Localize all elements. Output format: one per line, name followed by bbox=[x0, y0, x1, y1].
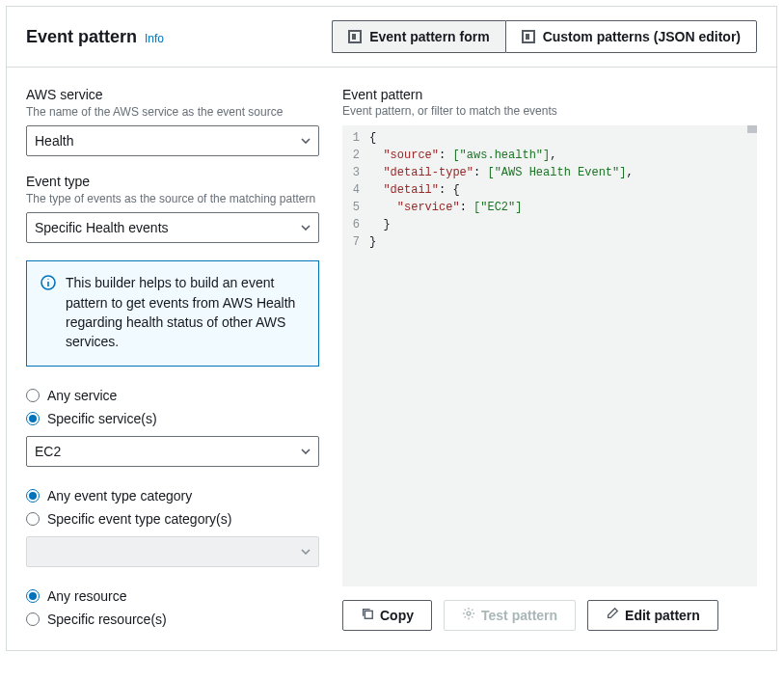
caret-down-icon bbox=[301, 225, 311, 231]
category-scope-radio-group: Any event type category Specific event t… bbox=[26, 484, 319, 567]
button-label: Edit pattern bbox=[625, 605, 700, 626]
resource-scope-radio-group: Any resource Specific resource(s) bbox=[26, 585, 319, 631]
test-pattern-button: Test pattern bbox=[444, 600, 576, 631]
pattern-action-buttons: Copy Test pattern bbox=[342, 600, 757, 631]
form-column: AWS service The name of the AWS service … bbox=[26, 87, 319, 631]
select-value: Health bbox=[35, 133, 73, 149]
pattern-mode-toggle: Event pattern form Custom patterns (JSON… bbox=[332, 20, 757, 53]
svg-point-2 bbox=[47, 279, 48, 280]
radio-specific-category[interactable]: Specific event type category(s) bbox=[26, 507, 319, 530]
code-token: { bbox=[369, 129, 376, 147]
code-token: } bbox=[383, 216, 390, 233]
radio-icon bbox=[26, 589, 40, 603]
radio-specific-resource[interactable]: Specific resource(s) bbox=[26, 608, 319, 631]
panel-body: AWS service The name of the AWS service … bbox=[7, 67, 776, 650]
code-token: "detail" bbox=[383, 181, 439, 199]
radio-icon bbox=[26, 412, 40, 425]
field-label: Event type bbox=[26, 174, 319, 189]
svg-rect-3 bbox=[365, 611, 372, 618]
gear-icon bbox=[462, 605, 475, 626]
code-token: "service" bbox=[397, 199, 460, 216]
tab-label: Event pattern form bbox=[369, 27, 489, 46]
radio-label: Specific resource(s) bbox=[47, 612, 167, 627]
copy-button[interactable]: Copy bbox=[342, 600, 432, 631]
panel-title: Event pattern Info bbox=[26, 27, 164, 47]
radio-icon bbox=[26, 512, 40, 526]
edit-icon bbox=[606, 605, 619, 626]
caret-down-icon bbox=[301, 138, 311, 144]
layout-icon bbox=[522, 30, 535, 43]
tab-label: Custom patterns (JSON editor) bbox=[543, 27, 741, 46]
specific-service-select[interactable]: EC2 bbox=[26, 436, 319, 467]
specific-category-select bbox=[26, 536, 319, 567]
event-type-select[interactable]: Specific Health events bbox=[26, 212, 319, 243]
radio-icon bbox=[26, 389, 40, 402]
panel-header: Event pattern Info Event pattern form Cu… bbox=[7, 7, 776, 67]
radio-any-resource[interactable]: Any resource bbox=[26, 585, 319, 608]
radio-any-service[interactable]: Any service bbox=[26, 384, 319, 407]
scrollbar-thumb[interactable] bbox=[747, 125, 757, 133]
radio-icon bbox=[26, 612, 40, 626]
info-icon bbox=[41, 275, 56, 351]
svg-point-4 bbox=[467, 612, 471, 615]
info-link[interactable]: Info bbox=[145, 32, 164, 45]
builder-info-box: This builder helps to build an event pat… bbox=[26, 260, 319, 366]
panel-title-text: Event pattern bbox=[26, 27, 137, 47]
radio-label: Specific service(s) bbox=[47, 411, 157, 426]
edit-pattern-button[interactable]: Edit pattern bbox=[587, 600, 718, 631]
aws-service-select[interactable]: Health bbox=[26, 125, 319, 156]
caret-down-icon bbox=[301, 549, 311, 555]
radio-label: Any service bbox=[47, 388, 117, 403]
button-label: Copy bbox=[380, 605, 414, 626]
code-token: "source" bbox=[383, 147, 439, 164]
tab-custom-patterns-json[interactable]: Custom patterns (JSON editor) bbox=[505, 20, 757, 53]
field-description: Event pattern, or filter to match the ev… bbox=[342, 104, 757, 118]
radio-specific-service[interactable]: Specific service(s) bbox=[26, 407, 319, 430]
copy-icon bbox=[361, 605, 374, 626]
select-value: EC2 bbox=[35, 444, 61, 459]
field-description: The name of the AWS service as the event… bbox=[26, 104, 319, 120]
select-value: Specific Health events bbox=[35, 220, 169, 235]
radio-any-category[interactable]: Any event type category bbox=[26, 484, 319, 507]
tab-event-pattern-form[interactable]: Event pattern form bbox=[332, 20, 504, 53]
aws-service-field: AWS service The name of the AWS service … bbox=[26, 87, 319, 156]
radio-label: Any event type category bbox=[47, 488, 192, 503]
info-box-text: This builder helps to build an event pat… bbox=[66, 273, 305, 351]
code-token: "detail-type" bbox=[383, 164, 473, 181]
radio-icon bbox=[26, 489, 40, 503]
layout-icon bbox=[348, 30, 362, 43]
event-pattern-panel: Event pattern Info Event pattern form Cu… bbox=[6, 6, 777, 651]
service-scope-radio-group: Any service Specific service(s) EC2 bbox=[26, 384, 319, 467]
radio-label: Any resource bbox=[47, 588, 126, 604]
pattern-preview-column: Event pattern Event pattern, or filter t… bbox=[342, 87, 757, 631]
event-pattern-code[interactable]: 1{ 2 "source": ["aws.health"], 3 "detail… bbox=[342, 125, 757, 586]
field-description: The type of events as the source of the … bbox=[26, 191, 319, 206]
code-token: ["EC2"] bbox=[473, 199, 522, 216]
event-type-field: Event type The type of events as the sou… bbox=[26, 174, 319, 243]
button-label: Test pattern bbox=[481, 605, 557, 626]
code-token: ["aws.health"] bbox=[452, 147, 550, 164]
field-label: AWS service bbox=[26, 87, 319, 102]
radio-label: Specific event type category(s) bbox=[47, 511, 231, 527]
code-token: ["AWS Health Event"] bbox=[487, 164, 626, 181]
code-token: } bbox=[369, 233, 376, 251]
select-value bbox=[35, 544, 39, 559]
caret-down-icon bbox=[301, 449, 311, 454]
field-label: Event pattern bbox=[342, 87, 757, 102]
